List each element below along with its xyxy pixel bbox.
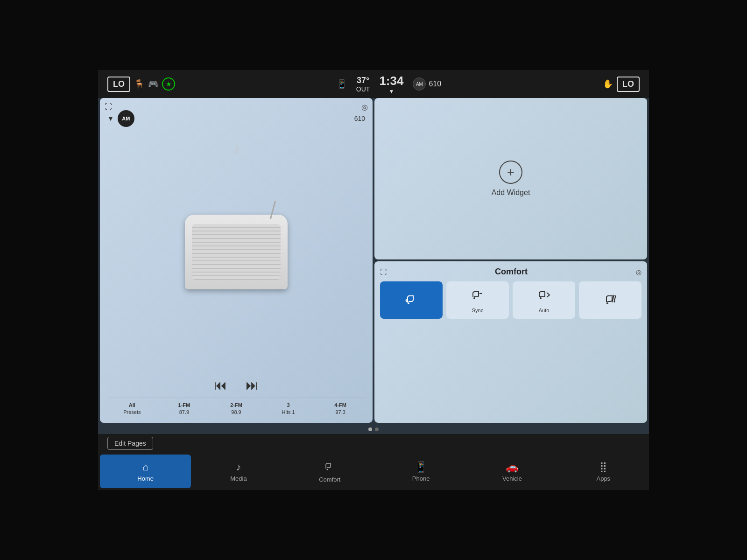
comfort-widget: ⛶ Comfort ◎ [374, 261, 647, 423]
nav-item-apps[interactable]: ⣿ Apps [558, 453, 649, 490]
add-widget-icon: + [499, 161, 522, 184]
temperature-display: 37° OUT [356, 76, 370, 93]
sync-label: Sync [472, 308, 483, 313]
apps-icon: ⣿ [599, 461, 607, 473]
auto-label: Auto [539, 308, 550, 313]
status-center: 📱 37° OUT 1:34 ▼ AM 610 [337, 74, 441, 95]
add-widget-label: Add Widget [492, 189, 530, 197]
status-left: LO 🪑 🎮 ★ [107, 77, 175, 92]
phone-icon-status: 📱 [337, 79, 347, 89]
edit-pages-row: Edit Pages [98, 434, 649, 453]
add-widget-button[interactable]: + Add Widget [374, 98, 647, 259]
next-track-button[interactable]: ⏭ [246, 378, 259, 393]
vehicle-icon: 🚗 [506, 461, 518, 473]
preset-1fm[interactable]: 1-FM 87.9 [160, 402, 209, 415]
preset-3[interactable]: 3 Hits 1 [264, 402, 313, 415]
comfort-expand-icon[interactable]: ⛶ [380, 268, 387, 276]
music-note-icon: ♪ [233, 140, 240, 157]
svg-point-3 [606, 302, 608, 304]
am-badge: AM [413, 77, 426, 91]
media-expand-icon[interactable]: ⛶ [105, 103, 112, 111]
media-station: 610 [354, 115, 365, 122]
presets-bar: All Presets 1-FM 87.9 2-FM 98.9 3 Hits 1… [107, 398, 365, 415]
svg-point-0 [408, 302, 409, 304]
comfort-controls: Sync Auto [380, 281, 641, 319]
time-display[interactable]: 1:34 ▼ [379, 74, 403, 95]
time-chevron: ▼ [379, 88, 403, 95]
media-controls: ⏮ ⏭ [107, 373, 365, 398]
bottom-nav: ⌂ Home ♪ Media Comfort 📱 Phone [98, 453, 649, 490]
comfort-sync-button[interactable]: Sync [446, 281, 509, 319]
edit-pages-button[interactable]: Edit Pages [107, 437, 153, 450]
preset-2fm[interactable]: 2-FM 98.9 [211, 402, 261, 415]
apps-label: Apps [596, 475, 610, 482]
nav-item-vehicle[interactable]: 🚗 Vehicle [466, 453, 557, 490]
bottom-area: Edit Pages ⌂ Home ♪ Media Comfort [98, 434, 649, 490]
svg-point-4 [327, 469, 328, 470]
radio-grille [192, 224, 281, 280]
preset-4fm[interactable]: 4-FM 97.3 [316, 402, 365, 415]
status-bar: LO 🪑 🎮 ★ 📱 37° OUT 1:34 ▼ AM 610 [98, 70, 649, 98]
seat-auto-icon [536, 287, 551, 305]
media-source-badge: AM [118, 110, 134, 127]
left-lo-badge: LO [107, 77, 130, 92]
nav-item-media[interactable]: ♪ Media [193, 453, 284, 490]
comfort-title: Comfort [387, 267, 636, 277]
seat-sync-icon [470, 287, 485, 305]
seat-adjust-icon [404, 291, 419, 309]
right-lo-badge: LO [617, 77, 640, 92]
nav-item-phone[interactable]: 📱 Phone [375, 453, 466, 490]
steering-wheel-icon: 🎮 [148, 79, 158, 89]
nav-item-home[interactable]: ⌂ Home [100, 455, 191, 488]
media-widget: ⛶ ◎ ▼ AM 610 ♪ ⏮ ⏭ [100, 98, 373, 423]
media-header: ▼ AM 610 [107, 110, 365, 127]
comfort-settings-icon[interactable]: ◎ [636, 268, 641, 276]
radio-body [185, 215, 288, 289]
comfort-nav-label: Comfort [319, 476, 340, 483]
phone-nav-icon: 📱 [415, 461, 427, 473]
home-icon: ⌂ [142, 461, 148, 473]
radio-status: AM 610 [413, 77, 441, 91]
comfort-auto-button[interactable]: Auto [513, 281, 575, 319]
main-content: ⛶ ◎ ▼ AM 610 ♪ ⏮ ⏭ [98, 98, 649, 425]
page-indicators [98, 425, 649, 434]
preset-all[interactable]: All Presets [107, 402, 157, 415]
comfort-seat-adjust-button[interactable] [380, 281, 443, 319]
screen-container: LO 🪑 🎮 ★ 📱 37° OUT 1:34 ▼ AM 610 [98, 70, 649, 490]
media-icon: ♪ [236, 461, 241, 473]
page-dot-1[interactable] [368, 427, 372, 431]
seat-heat-icon [603, 291, 618, 309]
seat-heat-left-icon: 🪑 [134, 79, 144, 89]
nav-item-comfort[interactable]: Comfort [284, 453, 375, 490]
status-right: ✋ LO [603, 77, 640, 92]
comfort-header: ⛶ Comfort ◎ [380, 267, 641, 277]
home-label: Home [137, 475, 154, 482]
page-dot-2[interactable] [375, 427, 379, 431]
svg-point-1 [473, 297, 475, 299]
source-dropdown-icon[interactable]: ▼ [107, 115, 114, 122]
vehicle-label: Vehicle [502, 475, 522, 482]
prev-track-button[interactable]: ⏮ [214, 378, 227, 393]
svg-point-2 [540, 297, 542, 299]
media-label: Media [230, 475, 247, 482]
media-settings-icon[interactable]: ◎ [361, 103, 368, 112]
right-hand-icon: ✋ [603, 79, 613, 89]
bluetooth-icon: ★ [162, 77, 175, 91]
comfort-nav-icon [324, 460, 335, 474]
radio-visual: ♪ [107, 131, 365, 373]
radio-antenna [270, 201, 276, 219]
phone-label: Phone [412, 475, 430, 482]
comfort-heat-button[interactable] [579, 281, 641, 319]
